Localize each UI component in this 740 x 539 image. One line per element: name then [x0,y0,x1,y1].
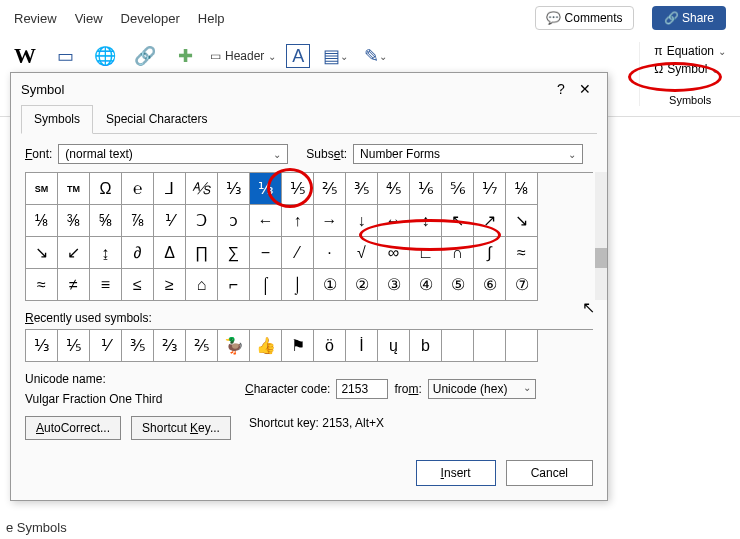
symbol-cell[interactable]: ∞ [378,237,410,269]
symbol-cell[interactable]: ⌠ [250,269,282,301]
symbol-cell[interactable]: ← [250,205,282,237]
symbol-cell[interactable]: ↙ [58,237,90,269]
recent-cell[interactable]: ⅕ [58,330,90,362]
symbol-cell[interactable]: ≡ [90,269,122,301]
symbol-cell[interactable]: ↘ [26,237,58,269]
symbol-cell[interactable]: ⅝ [90,205,122,237]
shortcut-key-button[interactable]: Shortcut Key... [131,416,231,440]
tab-special-characters[interactable]: Special Characters [93,105,220,133]
symbol-cell[interactable]: ⅐ [474,173,506,205]
charcode-input[interactable] [336,379,388,399]
comments-button[interactable]: 💬 Comments [535,6,633,30]
recent-cell[interactable]: ⅖ [186,330,218,362]
symbol-cell[interactable]: ③ [378,269,410,301]
from-dropdown[interactable]: Unicode (hex)⌄ [428,379,536,399]
symbol-cell[interactable]: ⅃ [154,173,186,205]
symbol-cell[interactable]: ↨ [90,237,122,269]
wikipedia-icon[interactable]: W [10,42,40,70]
tab-developer[interactable]: Developer [121,11,180,26]
globe-icon[interactable]: 🌐 [90,42,120,70]
symbol-cell[interactable]: ∂ [122,237,154,269]
recent-cell[interactable]: İ [346,330,378,362]
recent-cell[interactable]: ⅔ [154,330,186,362]
symbol-cell[interactable]: ∟ [410,237,442,269]
online-video-icon[interactable]: ▭ [50,42,80,70]
symbol-cell[interactable]: ℮ [122,173,154,205]
symbol-cell[interactable]: ② [346,269,378,301]
symbol-cell[interactable]: ⅛ [26,205,58,237]
symbol-cell[interactable]: ⅘ [378,173,410,205]
symbol-grid[interactable]: SMTMΩ℮⅃⅍⅓⅓⅕⅖⅗⅘⅙⅚⅐⅛⅛⅜⅝⅞⅟Ↄↄ←↑→↓↔↕↖↗↘↘↙↨∂Δ∏… [25,172,593,301]
font-dropdown[interactable]: (normal text)⌄ [58,144,288,164]
grid-scrollbar[interactable] [595,172,607,300]
recent-cell[interactable]: ⅟ [90,330,122,362]
recent-cell[interactable]: 👍 [250,330,282,362]
close-button[interactable]: ✕ [573,81,597,97]
header-dropdown[interactable]: ▭ Header ⌄ [210,49,276,63]
recent-cell[interactable] [442,330,474,362]
symbol-cell[interactable]: Ω [90,173,122,205]
symbol-cell[interactable]: → [314,205,346,237]
symbol-cell[interactable]: ↕ [410,205,442,237]
symbol-cell[interactable]: ⅞ [122,205,154,237]
symbol-cell[interactable]: ⑤ [442,269,474,301]
symbol-cell[interactable]: ⅓ [218,173,250,205]
recent-cell[interactable]: ⚑ [282,330,314,362]
equation-button[interactable]: π Equation ⌄ [650,42,730,60]
tab-review[interactable]: Review [14,11,57,26]
symbol-cell[interactable]: − [250,237,282,269]
recent-cell[interactable]: ų [378,330,410,362]
symbol-cell[interactable]: ↄ [218,205,250,237]
recent-cell[interactable] [506,330,538,362]
symbol-cell[interactable]: ⅗ [346,173,378,205]
symbol-cell[interactable]: TM [58,173,90,205]
symbol-cell[interactable]: ⅟ [154,205,186,237]
symbol-cell[interactable]: ∑ [218,237,250,269]
symbol-cell[interactable]: Δ [154,237,186,269]
recent-cell[interactable]: ⅗ [122,330,154,362]
symbol-cell[interactable]: ⅓ [250,173,282,205]
symbol-cell[interactable]: ⅖ [314,173,346,205]
tab-symbols[interactable]: Symbols [21,105,93,134]
symbol-cell[interactable]: ⅚ [442,173,474,205]
symbol-cell[interactable]: ∏ [186,237,218,269]
symbol-cell[interactable]: ⌂ [186,269,218,301]
symbol-cell[interactable]: ⅜ [58,205,90,237]
symbol-cell[interactable]: ↖ [442,205,474,237]
autocorrect-button[interactable]: AutoCorrect... [25,416,121,440]
tab-help[interactable]: Help [198,11,225,26]
quick-parts-icon[interactable]: ▤⌄ [320,42,350,70]
subset-dropdown[interactable]: Number Forms⌄ [353,144,583,164]
textbox-icon[interactable]: A [286,44,310,68]
insert-button[interactable]: Insert [416,460,496,486]
symbol-cell[interactable]: ⑥ [474,269,506,301]
symbol-cell[interactable]: ↑ [282,205,314,237]
recent-cell[interactable]: 🦆 [218,330,250,362]
symbol-cell[interactable]: ④ [410,269,442,301]
recent-grid[interactable]: ⅓⅕⅟⅗⅔⅖🦆👍⚑öİųb [25,329,593,362]
symbol-cell[interactable]: ↘ [506,205,538,237]
cancel-button[interactable]: Cancel [506,460,593,486]
symbol-cell[interactable]: ↗ [474,205,506,237]
symbol-cell[interactable]: ⅍ [186,173,218,205]
symbol-cell[interactable]: ① [314,269,346,301]
symbol-cell[interactable]: ∙ [314,237,346,269]
symbol-cell[interactable]: Ↄ [186,205,218,237]
symbol-cell[interactable]: ≈ [506,237,538,269]
symbol-cell[interactable]: ≠ [58,269,90,301]
comment-icon[interactable]: ✚ [170,42,200,70]
recent-cell[interactable]: b [410,330,442,362]
link-icon[interactable]: 🔗 [130,42,160,70]
symbol-cell[interactable]: ⅛ [506,173,538,205]
symbol-cell[interactable]: ↔ [378,205,410,237]
symbol-cell[interactable]: ⅕ [282,173,314,205]
symbol-button[interactable]: Ω Symbol ⌄ [650,60,730,78]
share-button[interactable]: 🔗 Share [652,6,726,30]
symbol-cell[interactable]: ⑦ [506,269,538,301]
symbol-cell[interactable]: ≤ [122,269,154,301]
help-button[interactable]: ? [549,81,573,97]
symbol-cell[interactable]: √ [346,237,378,269]
symbol-cell[interactable]: ∕ [282,237,314,269]
symbol-cell[interactable]: ⅙ [410,173,442,205]
recent-cell[interactable] [474,330,506,362]
